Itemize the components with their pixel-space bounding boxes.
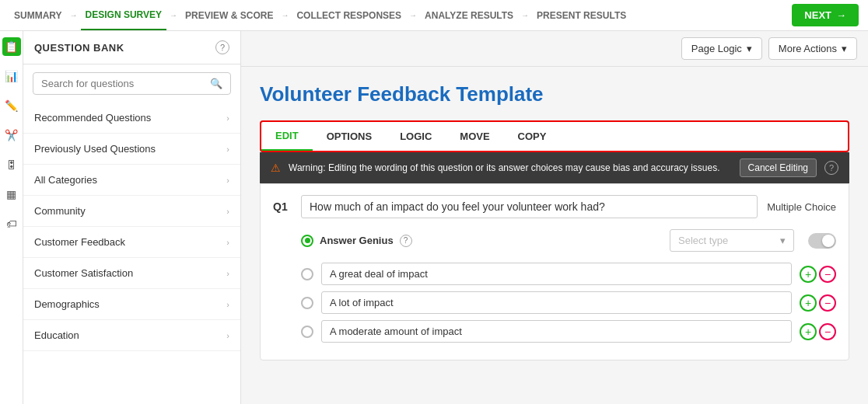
qb-item-all-categories[interactable]: All Categories › (23, 165, 240, 196)
nav-present-results[interactable]: PRESENT RESULTS (532, 0, 631, 30)
nav-collect-responses[interactable]: COLLECT RESPONSES (292, 0, 406, 30)
nav-preview-score[interactable]: PREVIEW & SCORE (180, 0, 278, 30)
answer-actions-1: + − (800, 266, 836, 283)
warning-icon: ⚠ (271, 162, 281, 174)
icon-chart[interactable]: 📊 (2, 67, 21, 85)
chevron-icon: › (226, 331, 229, 340)
answer-radio-1[interactable] (301, 268, 313, 280)
top-action-bar: Page Logic ▾ More Actions ▾ (241, 31, 868, 67)
tab-move[interactable]: MOVE (446, 123, 503, 150)
nav-arrow-4: → (409, 11, 417, 19)
qb-item-customer-feedback[interactable]: Customer Feedback › (23, 227, 240, 258)
nav-arrow-5: → (521, 11, 529, 19)
icon-tag[interactable]: 🏷 (2, 214, 21, 233)
search-input[interactable] (41, 78, 205, 89)
main-layout: 📋 📊 ✏️ ✂️ 🎛 ▦ 🏷 QUESTION BANK ? 🔍 Recomm… (0, 31, 868, 404)
chevron-icon: › (226, 176, 229, 185)
radio-dot (305, 238, 310, 243)
icon-table[interactable]: ▦ (2, 185, 21, 204)
tab-options[interactable]: OPTIONS (313, 123, 387, 150)
more-actions-button[interactable]: More Actions ▾ (768, 37, 857, 60)
icon-bar: 📋 📊 ✏️ ✂️ 🎛 ▦ 🏷 (0, 31, 23, 404)
tab-copy[interactable]: COPY (504, 123, 561, 150)
remove-answer-button-1[interactable]: − (819, 266, 836, 283)
next-button[interactable]: NEXT → (792, 4, 859, 26)
answer-genius-label: Answer Genius (320, 235, 394, 246)
icon-sliders[interactable]: 🎛 (2, 155, 21, 174)
dropdown-arrow-icon: ▾ (780, 235, 786, 246)
toggle-knob (822, 235, 835, 247)
nav-arrow-1: → (70, 11, 78, 19)
warning-bar: ⚠ Warning: Editing the wording of this q… (260, 152, 849, 183)
question-bank-title: QUESTION BANK (34, 42, 124, 54)
answer-genius-help[interactable]: ? (400, 235, 412, 247)
answer-input-3[interactable] (321, 320, 792, 343)
answer-input-1[interactable] (321, 263, 792, 285)
chevron-down-icon: ▾ (842, 43, 847, 54)
question-bank-panel: QUESTION BANK ? 🔍 Recommended Questions … (23, 31, 241, 404)
edit-toolbar: EDIT OPTIONS LOGIC MOVE COPY (260, 120, 849, 152)
warning-text: Warning: Editing the wording of this que… (289, 162, 732, 173)
nav-design-survey[interactable]: DESIGN SURVEY (81, 0, 166, 30)
chevron-down-icon: ▾ (747, 43, 752, 54)
answer-genius-toggle[interactable] (808, 233, 836, 249)
answer-actions-3: + − (800, 323, 836, 340)
question-type: Multiple Choice (767, 201, 836, 213)
remove-answer-button-2[interactable]: − (819, 294, 836, 312)
question-bank-help[interactable]: ? (215, 40, 229, 54)
cancel-editing-button[interactable]: Cancel Editing (740, 158, 817, 177)
arrow-right-icon: → (836, 9, 846, 21)
add-answer-button-2[interactable]: + (800, 294, 817, 312)
answer-actions-2: + − (800, 294, 836, 312)
question-row: Q1 Multiple Choice (273, 195, 836, 218)
survey-title: Volunteer Feedback Template (260, 82, 849, 106)
chevron-icon: › (226, 145, 229, 154)
chevron-icon: › (226, 113, 229, 123)
question-text-input[interactable] (301, 195, 758, 218)
page-logic-button[interactable]: Page Logic ▾ (681, 37, 762, 60)
answer-option-1: + − (273, 263, 836, 285)
answer-genius-radio[interactable] (301, 235, 313, 247)
remove-answer-button-3[interactable]: − (819, 323, 836, 340)
nav-arrow-3: → (281, 11, 289, 19)
icon-scissors[interactable]: ✂️ (2, 126, 21, 145)
right-content: Page Logic ▾ More Actions ▾ Volunteer Fe… (241, 31, 868, 404)
answer-input-2[interactable] (321, 291, 792, 314)
chevron-icon: › (226, 300, 229, 309)
answer-radio-2[interactable] (301, 297, 313, 309)
chevron-icon: › (226, 207, 229, 216)
question-card: Q1 Multiple Choice Answer Genius ? Selec… (260, 183, 849, 360)
add-answer-button-3[interactable]: + (800, 323, 817, 340)
answer-option-2: + − (273, 291, 836, 314)
qb-item-previously-used[interactable]: Previously Used Questions › (23, 134, 240, 165)
tab-logic[interactable]: LOGIC (386, 123, 446, 150)
qb-item-education[interactable]: Education › (23, 320, 240, 351)
answer-genius-row: Answer Genius ? Select type ▾ (273, 229, 836, 252)
content-area: Volunteer Feedback Template EDIT OPTIONS… (241, 67, 868, 404)
search-box[interactable]: 🔍 (33, 72, 231, 95)
add-answer-button-1[interactable]: + (800, 266, 817, 283)
tab-edit[interactable]: EDIT (261, 122, 313, 151)
qb-item-customer-satisfaction[interactable]: Customer Satisfaction › (23, 258, 240, 289)
top-navigation: SUMMARY → DESIGN SURVEY → PREVIEW & SCOR… (0, 0, 868, 31)
nav-summary[interactable]: SUMMARY (9, 0, 67, 30)
qb-item-demographics[interactable]: Demographics › (23, 289, 240, 320)
answer-radio-3[interactable] (301, 326, 313, 338)
answer-option-3: + − (273, 320, 836, 343)
select-type-dropdown[interactable]: Select type ▾ (670, 229, 794, 252)
question-bank-header: QUESTION BANK ? (23, 31, 240, 64)
nav-analyze-results[interactable]: ANALYZE RESULTS (420, 0, 518, 30)
chevron-icon: › (226, 269, 229, 278)
nav-arrow-2: → (170, 11, 177, 19)
question-bank-list: Recommended Questions › Previously Used … (23, 103, 240, 404)
icon-pencil[interactable]: ✏️ (2, 96, 21, 115)
question-number: Q1 (273, 200, 292, 213)
icon-clipboard[interactable]: 📋 (2, 37, 21, 56)
qb-item-recommended[interactable]: Recommended Questions › (23, 103, 240, 134)
qb-item-community[interactable]: Community › (23, 196, 240, 227)
search-icon: 🔍 (210, 78, 222, 89)
chevron-icon: › (226, 238, 229, 247)
warning-help-icon[interactable]: ? (824, 161, 838, 175)
